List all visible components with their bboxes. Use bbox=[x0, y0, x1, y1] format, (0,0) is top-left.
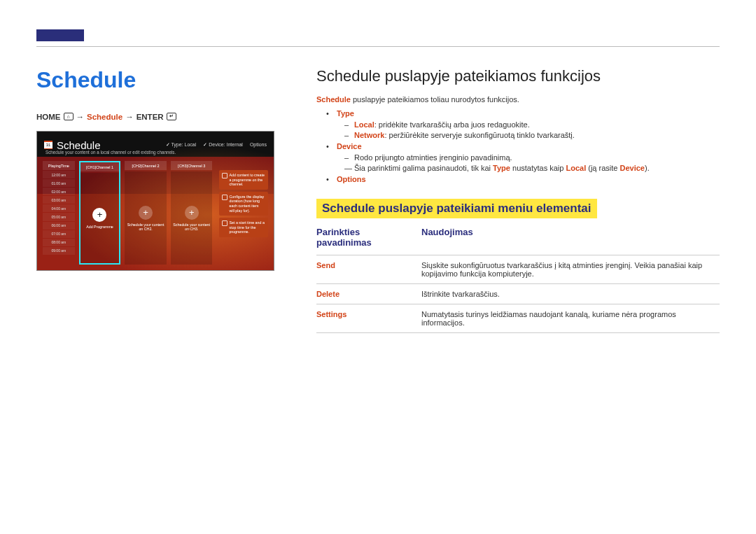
screenshot-header-right: Type: Local Device: Internal Options bbox=[166, 142, 267, 148]
tips-column: Add content to create a programme on the… bbox=[219, 170, 268, 265]
feature-label: Options bbox=[337, 175, 366, 183]
breadcrumb-enter: ENTER bbox=[136, 113, 164, 121]
keyword-device: Device bbox=[620, 164, 644, 172]
feature-list: Type Local: pridėkite tvarkaraščių arba … bbox=[326, 109, 720, 183]
screenshot-title: Schedule bbox=[57, 139, 101, 151]
note-text: nustatytas kaip bbox=[510, 164, 566, 172]
left-column: Schedule HOME ⌂ → Schedule → ENTER ↵ Sch… bbox=[36, 67, 274, 333]
plus-icon[interactable]: + bbox=[185, 206, 199, 220]
type-local: Local: pridėkite tvarkaraščių arba juos … bbox=[344, 120, 720, 129]
type-dropdown[interactable]: Type: Local bbox=[166, 142, 197, 148]
note-text: ). bbox=[645, 164, 650, 172]
channel-cell[interactable]: + Add Programme bbox=[80, 173, 120, 263]
table-row: Delete Ištrinkite tvarkaraščius. bbox=[316, 284, 720, 304]
keyword-type: Type bbox=[493, 164, 510, 172]
breadcrumb-schedule: Schedule bbox=[87, 113, 122, 121]
keyword-network: Network bbox=[354, 131, 384, 139]
right-column: Schedule puslapyje pateikiamos funkcijos… bbox=[316, 67, 720, 333]
channel-col-1[interactable]: [CH1]Channel 1 + Add Programme bbox=[79, 161, 121, 265]
keyword-local: Local bbox=[354, 120, 374, 129]
breadcrumb: HOME ⌂ → Schedule → ENTER ↵ bbox=[36, 113, 274, 121]
screenshot-subtitle: Schedule your content on a local channel… bbox=[46, 150, 176, 155]
time-row: 02:00 am bbox=[43, 188, 75, 195]
screenshot-body: PlayingTime 12:00 am 01:00 am 02:00 am 0… bbox=[37, 161, 274, 270]
feature-options: Options bbox=[326, 175, 720, 183]
local-text: : pridėkite tvarkaraščių arba juos redag… bbox=[374, 120, 530, 129]
option-name: Send bbox=[316, 255, 421, 284]
plus-icon[interactable]: + bbox=[139, 206, 153, 220]
type-sublist: Local: pridėkite tvarkaraščių arba juos … bbox=[344, 120, 720, 139]
time-row: 05:00 am bbox=[43, 213, 75, 220]
network-text: : peržiūrėkite serveryje sukonfigūruotą … bbox=[384, 131, 574, 139]
home-icon: ⌂ bbox=[64, 113, 74, 120]
tip-card[interactable]: Configure the display duration (how long… bbox=[219, 192, 268, 216]
options-table: Parinkties pavadinimas Naudojimas Send S… bbox=[316, 227, 720, 333]
tip-card[interactable]: Add content to create a programme on the… bbox=[219, 170, 268, 190]
feature-type: Type Local: pridėkite tvarkaraščių arba … bbox=[326, 109, 720, 139]
page-content: Schedule HOME ⌂ → Schedule → ENTER ↵ Sch… bbox=[36, 67, 720, 333]
channel-col-3[interactable]: [CH3]Channel 3 + Schedule your content o… bbox=[171, 161, 213, 265]
highlighted-heading: Schedule puslapyje pateikiami meniu elem… bbox=[316, 199, 597, 218]
option-desc: Siųskite sukonfigūruotus tvarkaraščius į… bbox=[421, 255, 720, 284]
tip-card[interactable]: Set a start time and a stop time for the… bbox=[219, 218, 268, 237]
channel-cell[interactable]: + Schedule your content on CH2. bbox=[125, 171, 167, 265]
device-dropdown[interactable]: Device: Internal bbox=[203, 142, 243, 148]
intro-text: Schedule puslapyje pateikiamos toliau nu… bbox=[316, 95, 720, 104]
schedule-screenshot: Schedule Type: Local Device: Internal Op… bbox=[36, 131, 274, 271]
type-network: Network: peržiūrėkite serveryje sukonfig… bbox=[344, 131, 720, 139]
chapter-marker bbox=[36, 29, 84, 41]
channel-header: [CH2]Channel 2 bbox=[125, 161, 167, 170]
time-row: 09:00 am bbox=[43, 247, 75, 255]
time-row: 08:00 am bbox=[43, 239, 75, 246]
device-desc: Rodo prijungto atminties įrenginio pavad… bbox=[344, 153, 720, 162]
time-row: 12:00 am bbox=[43, 171, 75, 178]
time-row: 04:00 am bbox=[43, 204, 75, 212]
channel-caption: Add Programme bbox=[84, 225, 115, 229]
option-name: Settings bbox=[316, 304, 421, 333]
time-row: 07:00 am bbox=[43, 230, 75, 238]
option-name: Delete bbox=[316, 284, 421, 304]
page-title: Schedule bbox=[36, 67, 274, 93]
keyword-schedule: Schedule bbox=[316, 95, 351, 104]
table-header-name: Parinkties pavadinimas bbox=[316, 227, 421, 255]
time-row: 03:00 am bbox=[43, 196, 75, 204]
arrow-icon: → bbox=[125, 113, 134, 121]
table-row: Settings Numatytasis turinys leidžiamas … bbox=[316, 304, 720, 333]
time-row: 01:00 am bbox=[43, 179, 75, 187]
option-desc: Ištrinkite tvarkaraščius. bbox=[421, 284, 720, 304]
note-text: Šia parinktimi galima pasinaudoti, tik k… bbox=[354, 164, 493, 172]
intro-rest: puslapyje pateikiamos toliau nurodytos f… bbox=[351, 95, 519, 104]
time-row: 06:00 am bbox=[43, 222, 75, 230]
table-row: Send Siųskite sukonfigūruotus tvarkarašč… bbox=[316, 255, 720, 284]
device-note: Šia parinktimi galima pasinaudoti, tik k… bbox=[344, 164, 720, 172]
channel-header: [CH1]Channel 1 bbox=[80, 162, 120, 171]
arrow-icon: → bbox=[76, 113, 85, 121]
option-desc: Numatytasis turinys leidžiamas naudojant… bbox=[421, 304, 720, 333]
time-header: PlayingTime bbox=[43, 161, 75, 170]
feature-label: Device bbox=[337, 142, 361, 150]
feature-label: Type bbox=[337, 109, 354, 118]
time-column: PlayingTime 12:00 am 01:00 am 02:00 am 0… bbox=[43, 161, 75, 265]
feature-device: Device Rodo prijungto atminties įrengini… bbox=[326, 142, 720, 172]
channel-caption: Schedule your content on CH2. bbox=[125, 223, 167, 231]
options-button[interactable]: Options bbox=[250, 142, 267, 148]
channel-cell[interactable]: + Schedule your content on CH3. bbox=[171, 171, 213, 265]
calendar-icon bbox=[44, 141, 52, 149]
table-header-usage: Naudojimas bbox=[421, 227, 720, 255]
enter-icon: ↵ bbox=[167, 113, 176, 120]
channel-col-2[interactable]: [CH2]Channel 2 + Schedule your content o… bbox=[125, 161, 167, 265]
plus-icon[interactable]: + bbox=[92, 208, 106, 222]
section-heading: Schedule puslapyje pateikiamos funkcijos bbox=[316, 67, 720, 85]
note-text: (ją rasite bbox=[586, 164, 620, 172]
channel-caption: Schedule your content on CH3. bbox=[171, 223, 213, 231]
device-sublist: Rodo prijungto atminties įrenginio pavad… bbox=[344, 153, 720, 162]
channel-header: [CH3]Channel 3 bbox=[171, 161, 213, 170]
top-divider bbox=[36, 46, 720, 47]
breadcrumb-home: HOME bbox=[36, 113, 61, 121]
keyword-local: Local bbox=[566, 164, 586, 172]
